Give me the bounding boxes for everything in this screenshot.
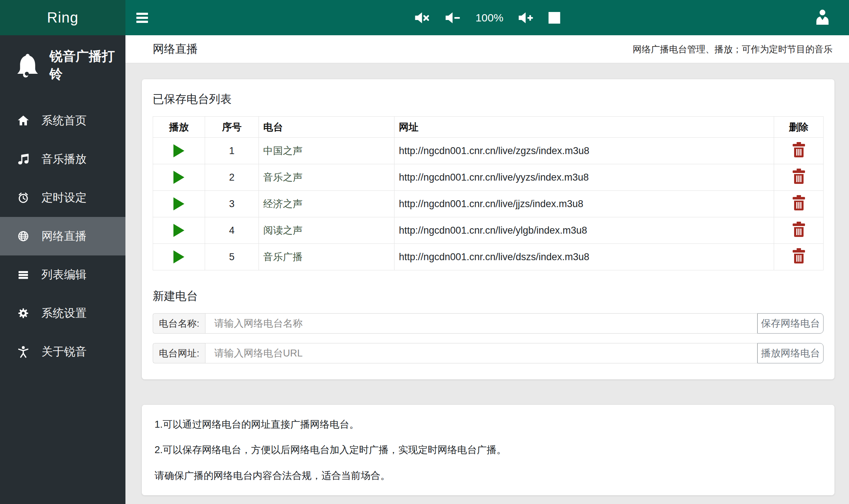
station-index: 1	[205, 138, 259, 164]
delete-button[interactable]	[792, 142, 806, 160]
delete-button[interactable]	[792, 169, 806, 186]
station-url: http://ngcdn001.cnr.cn/live/yyzs/index.m…	[395, 164, 774, 191]
sidebar-item-label: 网络直播	[41, 229, 87, 244]
station-url-label: 电台网址:	[153, 343, 205, 363]
station-name: 阅读之声	[259, 217, 395, 244]
station-name-input-group: 电台名称: 保存网络电台	[153, 313, 824, 334]
delete-button[interactable]	[792, 195, 806, 213]
stations-table: 播放 序号 电台 网址 删除 1 中国之声 http://ngcdn001.c	[153, 116, 824, 270]
column-header-play: 播放	[153, 117, 205, 138]
topbar: 100%	[125, 0, 849, 35]
station-name: 中国之声	[259, 138, 395, 164]
station-url: http://ngcdn001.cnr.cn/live/dszs/index.m…	[395, 244, 774, 270]
sidebar-item-label: 系统设置	[41, 306, 87, 321]
station-url-input[interactable]	[205, 343, 757, 363]
play-button[interactable]	[173, 250, 184, 263]
volume-controls: 100%	[415, 12, 560, 24]
note-line-3: 请确保广播的网络电台内容合法合规，适合当前场合。	[155, 469, 822, 482]
sidebar-item-label: 关于锐音	[41, 344, 87, 359]
note-line-1: 1.可以通过网络电台的网址直接广播网络电台。	[155, 418, 822, 431]
play-station-button[interactable]: 播放网络电台	[757, 343, 824, 363]
music-note-icon	[16, 153, 31, 165]
station-index: 2	[205, 164, 259, 191]
app-title-label: 锐音广播打铃	[49, 48, 125, 83]
stop-button[interactable]	[548, 12, 560, 24]
volume-level: 100%	[476, 12, 504, 24]
play-button[interactable]	[173, 144, 184, 157]
station-url: http://ngcdn001.cnr.cn/live/zgzs/index.m…	[395, 138, 774, 164]
list-icon	[16, 269, 31, 281]
station-index: 3	[205, 191, 259, 217]
sidebar-item-home[interactable]: 系统首页	[0, 101, 125, 140]
note-line-2: 2.可以保存网络电台，方便以后网络电台加入定时广播，实现定时网络电台广播。	[155, 443, 822, 456]
sidebar-item-music[interactable]: 音乐播放	[0, 140, 125, 178]
station-name-input[interactable]	[205, 313, 757, 334]
brand-logo: Ring	[0, 0, 125, 35]
saved-stations-heading: 已保存电台列表	[153, 92, 824, 107]
notes-card: 1.可以通过网络电台的网址直接广播网络电台。 2.可以保存网络电台，方便以后网络…	[142, 405, 834, 495]
page-description: 网络广播电台管理、播放；可作为定时节目的音乐	[633, 43, 833, 55]
table-header-row: 播放 序号 电台 网址 删除	[153, 117, 824, 138]
table-row: 3 经济之声 http://ngcdn001.cnr.cn/live/jjzs/…	[153, 191, 824, 217]
station-url-input-group: 电台网址: 播放网络电台	[153, 343, 824, 363]
station-name-label: 电台名称:	[153, 313, 205, 334]
mute-button[interactable]	[415, 12, 430, 24]
alarm-clock-icon	[16, 191, 31, 204]
column-header-station: 电台	[259, 117, 395, 138]
delete-button[interactable]	[792, 222, 806, 239]
station-index: 5	[205, 244, 259, 270]
volume-down-button[interactable]	[445, 12, 461, 24]
column-header-index: 序号	[205, 117, 259, 138]
stations-card: 已保存电台列表 播放 序号 电台 网址 删除	[142, 79, 834, 379]
sidebar-item-label: 定时设定	[41, 190, 87, 205]
play-button[interactable]	[173, 224, 184, 237]
home-icon	[16, 114, 31, 127]
app-window: Ring 锐音广播打铃 系统首页	[0, 0, 849, 504]
sidebar-item-label: 音乐播放	[41, 152, 87, 167]
station-url: http://ngcdn001.cnr.cn/live/jjzs/index.m…	[395, 191, 774, 217]
sidebar: Ring 锐音广播打铃 系统首页	[0, 0, 125, 504]
table-row: 1 中国之声 http://ngcdn001.cnr.cn/live/zgzs/…	[153, 138, 824, 164]
person-icon	[16, 346, 31, 358]
station-name: 音乐之声	[259, 164, 395, 191]
table-row: 4 阅读之声 http://ngcdn001.cnr.cn/live/ylgb/…	[153, 217, 824, 244]
sidebar-menu: 系统首页 音乐播放 定时设定 网络直播	[0, 101, 125, 371]
sidebar-item-about[interactable]: 关于锐音	[0, 332, 125, 371]
content: 已保存电台列表 播放 序号 电台 网址 删除	[125, 63, 849, 504]
main-area: 100% 网络直播 网络广播电台管理、播放；可作为定时节目的音乐 已保存电台列表	[125, 0, 849, 504]
station-name: 音乐广播	[259, 244, 395, 270]
sidebar-item-network-live[interactable]: 网络直播	[0, 217, 125, 255]
sidebar-item-label: 系统首页	[41, 113, 87, 128]
play-button[interactable]	[173, 197, 184, 210]
page-header: 网络直播 网络广播电台管理、播放；可作为定时节目的音乐	[125, 35, 849, 63]
sidebar-item-list-edit[interactable]: 列表编辑	[0, 255, 125, 294]
station-url: http://ngcdn001.cnr.cn/live/ylgb/index.m…	[395, 217, 774, 244]
hamburger-menu-button[interactable]	[136, 11, 148, 25]
column-header-url: 网址	[395, 117, 774, 138]
new-station-heading: 新建电台	[153, 289, 824, 304]
save-station-button[interactable]: 保存网络电台	[757, 313, 824, 334]
station-name: 经济之声	[259, 191, 395, 217]
station-index: 4	[205, 217, 259, 244]
sidebar-item-timer[interactable]: 定时设定	[0, 178, 125, 217]
play-button[interactable]	[173, 171, 184, 184]
app-title: 锐音广播打铃	[0, 35, 125, 90]
sidebar-item-label: 列表编辑	[41, 267, 87, 282]
page-title: 网络直播	[153, 41, 198, 57]
sidebar-item-settings[interactable]: 系统设置	[0, 294, 125, 332]
table-row: 2 音乐之声 http://ngcdn001.cnr.cn/live/yyzs/…	[153, 164, 824, 191]
bell-icon	[15, 52, 41, 78]
delete-button[interactable]	[792, 248, 806, 266]
table-row: 5 音乐广播 http://ngcdn001.cnr.cn/live/dszs/…	[153, 244, 824, 270]
volume-up-button[interactable]	[518, 12, 534, 24]
column-header-delete: 删除	[774, 117, 824, 138]
gear-icon	[16, 307, 31, 319]
user-icon[interactable]	[814, 9, 831, 27]
globe-icon	[16, 230, 31, 242]
